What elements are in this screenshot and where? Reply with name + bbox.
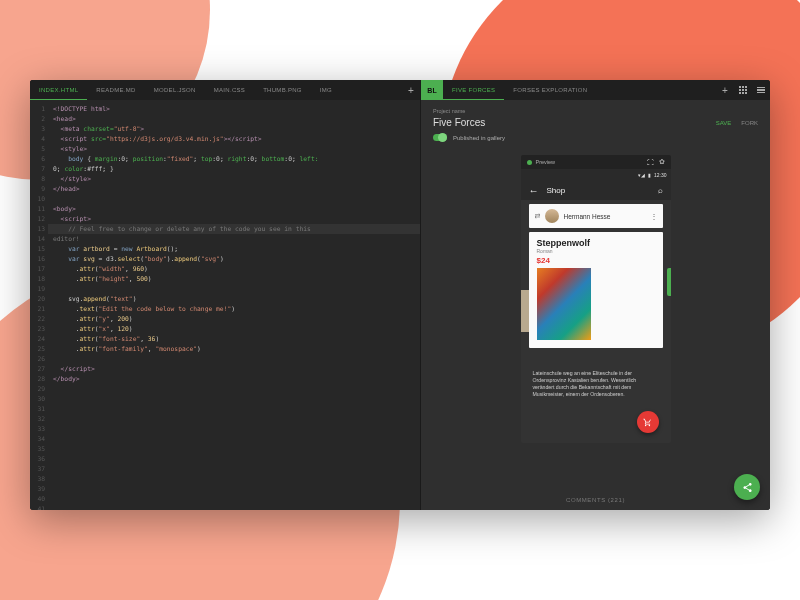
book-subtitle: Roman — [537, 248, 655, 254]
menu-icon[interactable] — [752, 87, 770, 94]
publish-label: Published in gallery — [453, 135, 505, 141]
file-tab[interactable]: README.MD — [87, 80, 144, 100]
fullscreen-icon[interactable]: ⛶ — [647, 159, 654, 166]
add-tab-button[interactable]: + — [402, 85, 420, 96]
preview-pane: BL FIVE FORCESFORSES EXPLORATION + Proje… — [420, 80, 770, 510]
project-header: Project name Five Forces SAVE FORK Publi… — [421, 100, 770, 145]
cart-fab[interactable] — [637, 411, 659, 433]
project-tab[interactable]: FORSES EXPLORATION — [504, 80, 596, 100]
app-title: Shop — [547, 186, 566, 195]
status-time: 12:30 — [654, 172, 667, 178]
book-title: Steppenwolf — [537, 238, 655, 248]
project-name-label: Project name — [433, 108, 758, 114]
book-price: $24 — [537, 256, 655, 265]
editor-window: INDEX.HTMLREADME.MDMODEL.JSONMAIN.CSSTHU… — [30, 80, 770, 510]
preview-header: Preview ⛶ ✿ — [521, 155, 671, 169]
fork-button[interactable]: FORK — [741, 120, 758, 126]
author-name: Hermann Hesse — [564, 213, 645, 220]
left-tab-bar: INDEX.HTMLREADME.MDMODEL.JSONMAIN.CSSTHU… — [30, 80, 420, 100]
author-card[interactable]: ⇅ Hermann Hesse ⋮ — [529, 204, 663, 228]
app-bar: ← Shop ⌕ — [521, 180, 671, 200]
more-icon[interactable]: ⋮ — [650, 212, 658, 221]
settings-icon[interactable]: ✿ — [659, 158, 665, 166]
file-tab[interactable]: IMG — [311, 80, 341, 100]
phone-status-bar: ▾◢ ▮ 12:30 — [521, 169, 671, 180]
comments-bar[interactable]: COMMENTS (221) — [421, 490, 770, 510]
search-icon[interactable]: ⌕ — [658, 186, 663, 195]
publish-toggle[interactable] — [433, 134, 447, 141]
file-tab[interactable]: MAIN.CSS — [205, 80, 254, 100]
project-title[interactable]: Five Forces — [433, 117, 706, 128]
book-cover-image — [537, 268, 591, 340]
file-tab[interactable]: THUMB.PNG — [254, 80, 311, 100]
book-card[interactable]: Steppenwolf Roman $24 — [529, 232, 663, 348]
signal-icon: ▾◢ — [638, 172, 645, 178]
side-tab-right[interactable] — [667, 268, 671, 296]
file-tab[interactable]: INDEX.HTML — [30, 80, 87, 100]
cart-icon — [643, 418, 652, 427]
preview-status-dot — [527, 160, 532, 165]
phone-preview: Preview ⛶ ✿ ▾◢ ▮ 12:30 ← Shop ⌕ — [521, 155, 671, 443]
sort-icon[interactable]: ⇅ — [533, 213, 541, 219]
back-arrow-icon[interactable]: ← — [529, 185, 539, 196]
save-button[interactable]: SAVE — [716, 120, 732, 126]
battery-icon: ▮ — [648, 172, 651, 178]
phone-content: ⇅ Hermann Hesse ⋮ Steppenwolf Roman $24 … — [521, 200, 671, 443]
file-tab[interactable]: MODEL.JSON — [145, 80, 205, 100]
side-tab-left[interactable] — [521, 290, 529, 332]
author-avatar — [545, 209, 559, 223]
code-editor[interactable]: 1234567891011121314151617181920212223242… — [30, 100, 420, 510]
grid-view-icon[interactable] — [734, 86, 752, 94]
right-tab-bar: BL FIVE FORCESFORSES EXPLORATION + — [421, 80, 770, 100]
share-icon — [742, 482, 753, 493]
add-project-button[interactable]: + — [716, 85, 734, 96]
code-pane: INDEX.HTMLREADME.MDMODEL.JSONMAIN.CSSTHU… — [30, 80, 420, 510]
preview-area: Preview ⛶ ✿ ▾◢ ▮ 12:30 ← Shop ⌕ — [421, 145, 770, 490]
share-fab[interactable] — [734, 474, 760, 500]
preview-label: Preview — [536, 159, 556, 165]
book-description: Lateinschule weg an eine Eliteschule in … — [533, 370, 659, 398]
project-tab[interactable]: FIVE FORCES — [443, 80, 504, 100]
app-logo: BL — [421, 80, 443, 100]
